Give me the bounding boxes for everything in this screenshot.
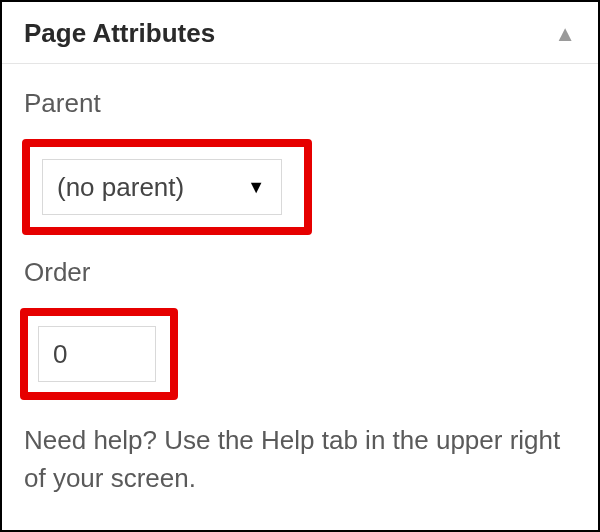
parent-select[interactable]: (no parent) ▼ xyxy=(42,159,282,215)
metabox-frame: Page Attributes ▲ Parent (no parent) ▼ O… xyxy=(0,0,600,532)
chevron-down-icon: ▼ xyxy=(247,178,265,196)
page-attributes-panel: Page Attributes ▲ Parent (no parent) ▼ O… xyxy=(2,2,598,530)
highlight-order xyxy=(20,308,178,400)
panel-title: Page Attributes xyxy=(24,18,215,49)
order-label: Order xyxy=(24,257,576,288)
panel-body: Parent (no parent) ▼ Order Need help? Us… xyxy=(2,64,598,517)
parent-label: Parent xyxy=(24,88,576,119)
highlight-parent: (no parent) ▼ xyxy=(22,139,312,235)
parent-select-value: (no parent) xyxy=(57,172,184,203)
panel-header[interactable]: Page Attributes ▲ xyxy=(2,2,598,64)
collapse-icon[interactable]: ▲ xyxy=(554,23,576,45)
order-input[interactable] xyxy=(38,326,156,382)
help-text: Need help? Use the Help tab in the upper… xyxy=(24,422,564,497)
